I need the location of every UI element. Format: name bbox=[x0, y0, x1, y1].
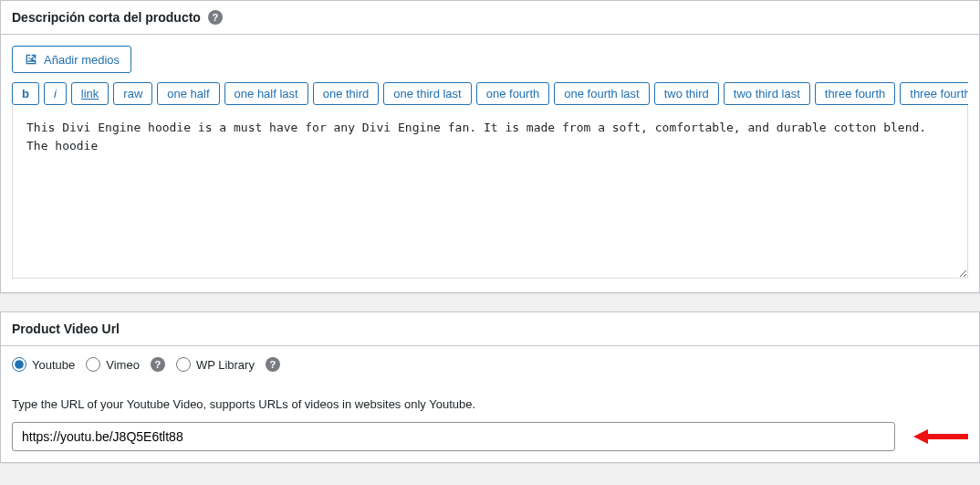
toolbar-one-half[interactable]: one half bbox=[157, 82, 219, 105]
radio-youtube[interactable]: Youtube bbox=[12, 357, 75, 372]
help-icon[interactable]: ? bbox=[208, 10, 223, 25]
editor-toolbar: b i link raw one half one half last one … bbox=[12, 82, 968, 105]
radio-wp-library-input[interactable] bbox=[176, 357, 191, 372]
product-video-body: Youtube Vimeo ? WP Library ? Type the UR… bbox=[1, 346, 979, 462]
short-description-body: Añadir medios b i link raw one half one … bbox=[1, 35, 979, 292]
help-icon[interactable]: ? bbox=[151, 357, 165, 372]
video-helper-text: Type the URL of your Youtube Video, supp… bbox=[12, 397, 968, 411]
product-video-header: Product Video Url bbox=[1, 312, 979, 346]
short-description-header: Descripción corta del producto ? bbox=[1, 1, 979, 35]
add-media-button[interactable]: Añadir medios bbox=[12, 46, 131, 73]
svg-marker-2 bbox=[913, 429, 928, 444]
radio-youtube-label: Youtube bbox=[32, 358, 75, 372]
toolbar-one-fourth[interactable]: one fourth bbox=[476, 82, 550, 105]
radio-vimeo-input[interactable] bbox=[86, 357, 100, 372]
media-icon bbox=[24, 52, 38, 67]
radio-youtube-input[interactable] bbox=[12, 357, 26, 372]
toolbar-italic[interactable]: i bbox=[44, 82, 67, 105]
toolbar-one-third[interactable]: one third bbox=[313, 82, 380, 105]
video-source-radios: Youtube Vimeo ? WP Library ? bbox=[12, 357, 968, 372]
radio-vimeo-label: Vimeo bbox=[106, 358, 140, 372]
toolbar-one-half-last[interactable]: one half last bbox=[224, 82, 308, 105]
toolbar-two-third-last[interactable]: two third last bbox=[724, 82, 810, 105]
short-description-title: Descripción corta del producto bbox=[12, 10, 201, 25]
short-description-editor[interactable] bbox=[12, 105, 968, 279]
video-url-input[interactable] bbox=[12, 422, 895, 451]
toolbar-link[interactable]: link bbox=[71, 82, 109, 105]
product-video-metabox: Product Video Url Youtube Vimeo ? WP Lib… bbox=[0, 311, 980, 463]
svg-point-0 bbox=[28, 58, 30, 59]
toolbar-raw[interactable]: raw bbox=[113, 82, 152, 105]
toolbar-three-fourth[interactable]: three fourth bbox=[815, 82, 896, 105]
radio-wp-library[interactable]: WP Library bbox=[176, 357, 255, 372]
toolbar-one-third-last[interactable]: one third last bbox=[383, 82, 471, 105]
radio-vimeo[interactable]: Vimeo bbox=[86, 357, 140, 372]
radio-wp-library-label: WP Library bbox=[196, 358, 255, 372]
toolbar-three-fourth-last[interactable]: three fourth last bbox=[900, 82, 968, 105]
video-url-row bbox=[12, 422, 968, 451]
toolbar-one-fourth-last[interactable]: one fourth last bbox=[554, 82, 649, 105]
arrow-icon bbox=[913, 426, 968, 448]
short-description-metabox: Descripción corta del producto ? Añadir … bbox=[0, 0, 980, 293]
product-video-title: Product Video Url bbox=[12, 322, 120, 336]
help-icon[interactable]: ? bbox=[266, 357, 280, 372]
toolbar-two-third[interactable]: two third bbox=[654, 82, 719, 105]
toolbar-bold[interactable]: b bbox=[12, 82, 39, 105]
add-media-label: Añadir medios bbox=[44, 53, 120, 67]
